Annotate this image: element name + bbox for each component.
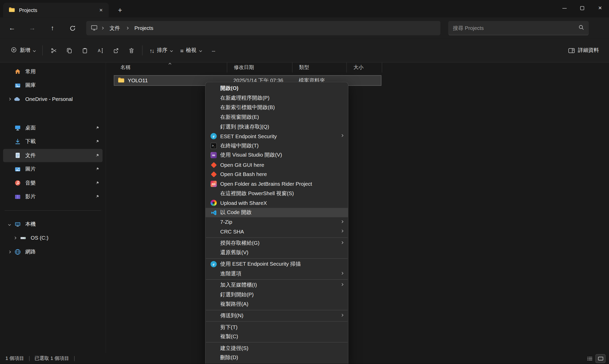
sidebar-item-music[interactable]: 音樂 [3, 176, 103, 190]
jetbrains-rider-icon: RD [211, 181, 217, 187]
sidebar-item-videos[interactable]: 影片 [3, 190, 103, 203]
view-button[interactable]: ≡ 檢視 [176, 44, 205, 57]
paste-button[interactable] [77, 43, 93, 58]
menu-item-include-in-library[interactable]: 加入至媒體櫃(I) [205, 280, 348, 290]
new-tab-button[interactable]: + [115, 5, 125, 15]
menu-item-open-jetbrains-rider[interactable]: RD Open Folder as JetBrains Rider Projec… [205, 179, 348, 189]
paste-icon [82, 48, 88, 53]
share-button[interactable] [108, 43, 124, 58]
address-bar[interactable]: 文件 Projects [86, 21, 440, 35]
network-icon [13, 249, 22, 255]
column-header-modified[interactable]: 修改日期 [227, 62, 292, 72]
sidebar-item-home[interactable]: 常用 [3, 65, 103, 78]
menu-separator [206, 310, 348, 310]
view-toggles [585, 355, 605, 363]
menu-item-send-to[interactable]: 傳送到(N) [205, 311, 348, 320]
new-button[interactable]: 新增 [7, 44, 39, 57]
home-icon [13, 68, 22, 75]
search-icon [578, 25, 584, 31]
details-view-toggle[interactable] [585, 355, 594, 363]
cut-button[interactable] [46, 43, 61, 58]
sort-button[interactable]: ↑↓ 排序 [146, 44, 176, 57]
close-button[interactable]: × [591, 0, 609, 16]
menu-item-copy-as-path[interactable]: 複製路徑(A) [205, 299, 348, 309]
up-button[interactable]: ↑ [45, 21, 60, 35]
submenu-chevron-icon [341, 220, 344, 223]
sidebar-item-gallery[interactable]: 圖庫 [3, 79, 103, 92]
menu-item-pin-quick-access[interactable]: 釘選到 [快速存取](Q) [205, 122, 348, 131]
refresh-button[interactable] [65, 21, 80, 35]
sidebar-item-downloads[interactable]: 下載 [3, 135, 103, 148]
toolbar-divider [142, 45, 143, 55]
status-divider [29, 356, 30, 361]
forward-button[interactable]: → [25, 21, 40, 35]
file-list: 名稱 修改日期 類型 大小 YOLO11 [106, 62, 609, 353]
menu-item-advanced-options[interactable]: 進階選項 [205, 269, 348, 278]
this-pc-icon [13, 221, 22, 228]
menu-item-open-in-terminal[interactable]: >_ 在終端中開啟(T) [205, 141, 348, 150]
maximize-button[interactable] [573, 0, 591, 16]
menu-item-open[interactable]: 開啟(O) [205, 84, 348, 93]
sidebar-item-this-pc[interactable]: 本機 [3, 218, 103, 231]
menu-item-7zip[interactable]: 7-Zip [205, 217, 348, 227]
menu-item-restore-previous-versions[interactable]: 還原舊版(V) [205, 248, 348, 257]
sidebar-item-network[interactable]: 網路 [3, 245, 103, 259]
rename-button[interactable]: A [92, 43, 108, 58]
menu-item-open-with-code[interactable]: 以 Code 開啟 [205, 208, 348, 217]
menu-item-eset-scan[interactable]: e 使用 ESET Endpoint Security 掃描 [205, 259, 348, 269]
menu-item-crc-sha[interactable]: CRC SHA [205, 227, 348, 236]
search-input[interactable] [453, 25, 578, 31]
sidebar-item-os-c[interactable]: OS (C:) [8, 231, 102, 245]
copy-button[interactable] [61, 43, 77, 58]
visual-studio-icon: ∞ [211, 152, 217, 158]
sidebar-spacer [0, 106, 106, 121]
desktop-device-icon [91, 25, 97, 31]
minimize-button[interactable] [555, 0, 573, 16]
menu-item-open-git-gui[interactable]: Open Git GUI here [205, 160, 348, 170]
menu-item-open-with-visual-studio[interactable]: ∞ 使用 Visual Studio 開啟(V) [205, 150, 348, 160]
selected-count: 已選取 1 個項目 [35, 355, 69, 362]
menu-item-eset-endpoint-security[interactable]: e ESET Endpoint Security [205, 132, 348, 141]
back-button[interactable]: ← [5, 21, 19, 35]
menu-item-upload-sharex[interactable]: Upload with ShareX [205, 198, 348, 208]
chevron-down-icon [199, 49, 202, 52]
menu-item-open-new-window[interactable]: 在新視窗開啟(E) [205, 112, 348, 122]
delete-button[interactable] [124, 43, 139, 58]
column-header-type[interactable]: 類型 [292, 62, 347, 72]
submenu-chevron-icon [341, 134, 344, 137]
tab-close-button[interactable]: × [96, 5, 106, 15]
menu-item-copy[interactable]: 複製(C) [205, 332, 348, 342]
menu-item-give-access[interactable]: 授與存取權給(G) [205, 238, 348, 248]
breadcrumb-chevron-icon [126, 27, 129, 30]
new-button-label: 新增 [20, 47, 30, 54]
large-icons-view-toggle[interactable] [596, 355, 605, 363]
more-options-button[interactable]: ··· [205, 43, 221, 58]
menu-item-create-shortcut[interactable]: 建立捷徑(S) [205, 344, 348, 353]
column-header-name[interactable]: 名稱 [114, 62, 227, 72]
menu-item-open-new-tab[interactable]: 在新索引標籤中開啟(B) [205, 103, 348, 112]
column-header-size[interactable]: 大小 [347, 62, 382, 72]
breadcrumb-item-projects[interactable]: Projects [132, 24, 156, 33]
search-box [448, 21, 589, 35]
menu-item-open-powershell[interactable]: 在這裡開啟 PowerShell 視窗(S) [205, 189, 348, 198]
menu-item-cut[interactable]: 剪下(T) [205, 322, 348, 332]
menu-item-open-git-bash[interactable]: Open Git Bash here [205, 170, 348, 179]
sidebar-item-desktop[interactable]: 桌面 [3, 121, 103, 135]
sidebar-item-pictures[interactable]: 圖片 [3, 162, 103, 176]
view-button-label: 檢視 [186, 47, 196, 54]
details-pane-button[interactable]: 詳細資料 [564, 44, 603, 57]
terminal-icon: >_ [211, 143, 217, 149]
menu-item-delete[interactable]: 刪除(D) [205, 353, 348, 362]
new-plus-icon [11, 47, 17, 54]
trash-icon [128, 48, 134, 53]
sidebar-divider [5, 210, 101, 211]
sidebar-item-onedrive[interactable]: OneDrive - Personal [3, 92, 103, 106]
menu-item-pin-to-start[interactable]: 釘選到開始(P) [205, 290, 348, 299]
tab-projects[interactable]: Projects × [3, 3, 109, 18]
pin-icon [95, 194, 100, 199]
sidebar-item-documents[interactable]: 文件 [3, 149, 103, 162]
breadcrumb-item-documents[interactable]: 文件 [107, 23, 122, 33]
titlebar: Projects × + × [0, 0, 609, 17]
collapse-chevron-icon [8, 223, 11, 226]
menu-item-open-new-process[interactable]: 在新處理程序開啟(P) [205, 93, 348, 103]
